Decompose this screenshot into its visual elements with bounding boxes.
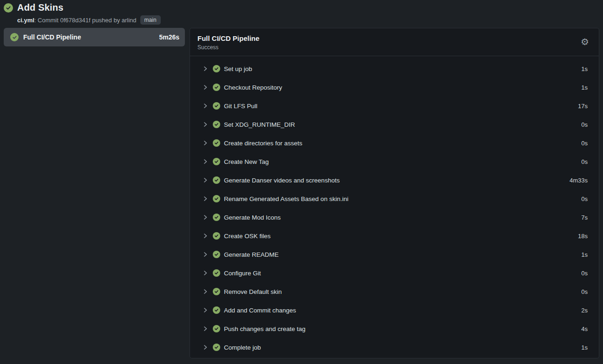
chevron-right-icon[interactable] bbox=[202, 251, 209, 258]
step-duration: 1s bbox=[581, 65, 588, 72]
success-check-icon bbox=[213, 65, 220, 72]
step-duration: 0s bbox=[581, 158, 588, 165]
chevron-right-icon[interactable] bbox=[202, 140, 209, 146]
chevron-right-icon[interactable] bbox=[202, 307, 209, 313]
run-panel: Full CI/CD Pipeline Success ⚙ Set up job… bbox=[190, 28, 599, 358]
step-row[interactable]: Generate README 1s bbox=[190, 245, 599, 264]
success-check-icon bbox=[213, 344, 220, 351]
success-check-icon bbox=[10, 33, 19, 41]
success-check-icon bbox=[213, 269, 220, 277]
run-subtitle: ci.yml: Commit 0f678d341f pushed by arli… bbox=[17, 15, 161, 25]
step-duration: 0s bbox=[581, 121, 588, 128]
step-row[interactable]: Add and Commit changes 2s bbox=[190, 301, 599, 319]
panel-status: Success bbox=[197, 44, 591, 51]
panel-header: Full CI/CD Pipeline Success ⚙ bbox=[190, 28, 599, 56]
step-row[interactable]: Create directories for assets 0s bbox=[190, 134, 599, 152]
step-name: Configure Git bbox=[224, 270, 581, 277]
chevron-right-icon[interactable] bbox=[202, 214, 209, 221]
step-name: Remove Default skin bbox=[224, 288, 581, 295]
workflow-file-name: ci.yml bbox=[17, 17, 34, 24]
success-check-icon bbox=[213, 158, 220, 165]
success-check-icon bbox=[4, 3, 13, 13]
step-duration: 0s bbox=[581, 288, 588, 295]
run-header: Add Skins ci.yml: Commit 0f678d341f push… bbox=[4, 2, 161, 25]
step-duration: 7s bbox=[581, 214, 588, 221]
commit-info: ci.yml: Commit 0f678d341f pushed by arli… bbox=[17, 17, 137, 24]
success-check-icon bbox=[213, 306, 220, 314]
step-name: Generate Mod Icons bbox=[224, 214, 581, 221]
step-row[interactable]: Set up job 1s bbox=[190, 59, 599, 78]
step-duration: 1s bbox=[581, 344, 588, 351]
step-name: Generate Danser videos and screenshots bbox=[224, 177, 570, 184]
success-check-icon bbox=[213, 288, 220, 295]
step-name: Add and Commit changes bbox=[224, 307, 581, 314]
chevron-right-icon[interactable] bbox=[202, 270, 209, 276]
success-check-icon bbox=[213, 139, 220, 147]
success-check-icon bbox=[213, 195, 220, 202]
job-name: Full CI/CD Pipeline bbox=[23, 33, 154, 41]
step-duration: 4s bbox=[581, 325, 588, 332]
chevron-right-icon[interactable] bbox=[202, 233, 209, 239]
step-duration: 1s bbox=[581, 251, 588, 258]
step-row[interactable]: Configure Git 0s bbox=[190, 264, 599, 282]
chevron-right-icon[interactable] bbox=[202, 65, 209, 72]
success-check-icon bbox=[213, 325, 220, 332]
step-row[interactable]: Generate Danser videos and screenshots 4… bbox=[190, 171, 599, 189]
step-row[interactable]: Complete job 1s bbox=[190, 338, 599, 357]
job-list: Full CI/CD Pipeline 5m26s bbox=[4, 28, 185, 46]
job-item-full-pipeline[interactable]: Full CI/CD Pipeline 5m26s bbox=[4, 28, 185, 46]
chevron-right-icon[interactable] bbox=[202, 158, 209, 165]
step-duration: 0s bbox=[581, 195, 588, 202]
step-name: Git LFS Pull bbox=[224, 103, 578, 110]
step-list: Set up job 1s Checkout Repository 1s G bbox=[190, 56, 599, 357]
step-name: Rename Generated Assets Based on skin.in… bbox=[224, 195, 581, 202]
success-check-icon bbox=[213, 251, 220, 258]
step-row[interactable]: Push changes and create tag 4s bbox=[190, 319, 599, 338]
chevron-right-icon[interactable] bbox=[202, 195, 209, 202]
success-check-icon bbox=[213, 121, 220, 128]
chevron-right-icon[interactable] bbox=[202, 344, 209, 351]
branch-badge[interactable]: main bbox=[140, 15, 161, 25]
step-duration: 18s bbox=[578, 233, 588, 240]
chevron-right-icon[interactable] bbox=[202, 84, 209, 91]
step-duration: 2s bbox=[581, 307, 588, 314]
step-duration: 17s bbox=[578, 103, 588, 110]
step-name: Create New Tag bbox=[224, 158, 581, 165]
chevron-right-icon[interactable] bbox=[202, 177, 209, 183]
step-row[interactable]: Git LFS Pull 17s bbox=[190, 97, 599, 115]
step-name: Push changes and create tag bbox=[224, 325, 581, 332]
step-name: Checkout Repository bbox=[224, 84, 581, 91]
step-row[interactable]: Remove Default skin 0s bbox=[190, 282, 599, 301]
job-duration: 5m26s bbox=[159, 33, 179, 41]
step-row[interactable]: Create OSK files 18s bbox=[190, 227, 599, 245]
step-duration: 4m33s bbox=[570, 177, 588, 184]
chevron-right-icon[interactable] bbox=[202, 288, 209, 295]
chevron-right-icon[interactable] bbox=[202, 325, 209, 332]
gear-icon[interactable]: ⚙ bbox=[579, 36, 590, 47]
step-row[interactable]: Set XDG_RUNTIME_DIR 0s bbox=[190, 115, 599, 134]
success-check-icon bbox=[213, 232, 220, 240]
step-duration: 1s bbox=[581, 84, 588, 91]
success-check-icon bbox=[213, 176, 220, 184]
step-duration: 0s bbox=[581, 270, 588, 277]
step-name: Set up job bbox=[224, 65, 581, 72]
commit-text: : Commit 0f678d341f pushed by arlind bbox=[34, 17, 137, 24]
step-name: Create OSK files bbox=[224, 233, 578, 240]
step-name: Generate README bbox=[224, 251, 581, 258]
success-check-icon bbox=[213, 214, 220, 221]
success-check-icon bbox=[213, 84, 220, 91]
step-name: Set XDG_RUNTIME_DIR bbox=[224, 121, 581, 128]
panel-title: Full CI/CD Pipeline bbox=[197, 34, 591, 42]
step-name: Complete job bbox=[224, 344, 581, 351]
step-row[interactable]: Generate Mod Icons 7s bbox=[190, 208, 599, 227]
step-duration: 0s bbox=[581, 140, 588, 147]
step-row[interactable]: Rename Generated Assets Based on skin.in… bbox=[190, 189, 599, 208]
step-row[interactable]: Create New Tag 0s bbox=[190, 152, 599, 171]
chevron-right-icon[interactable] bbox=[202, 121, 209, 128]
success-check-icon bbox=[213, 102, 220, 110]
step-name: Create directories for assets bbox=[224, 140, 581, 147]
run-title: Add Skins bbox=[17, 2, 64, 13]
step-row[interactable]: Checkout Repository 1s bbox=[190, 78, 599, 97]
chevron-right-icon[interactable] bbox=[202, 103, 209, 109]
